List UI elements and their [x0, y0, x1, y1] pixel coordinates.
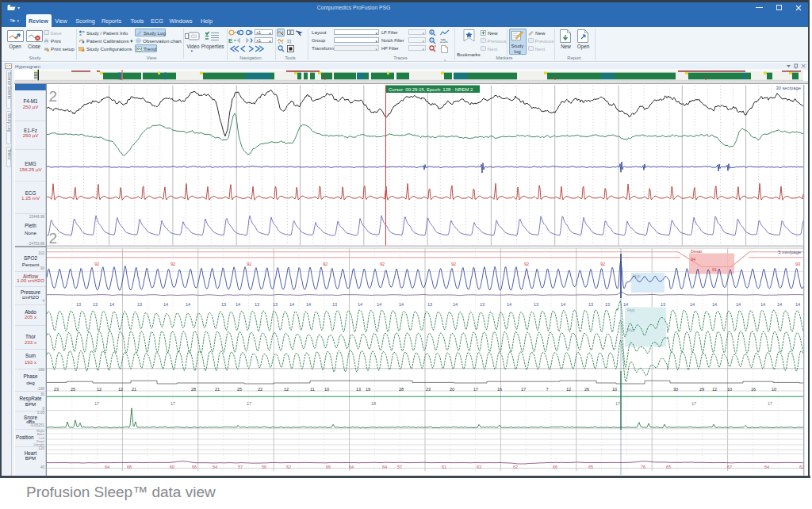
svg-text:65: 65	[588, 465, 593, 469]
svg-text:13: 13	[221, 302, 226, 307]
svg-text:14: 14	[760, 302, 765, 307]
svg-text:14: 14	[736, 302, 741, 307]
svg-text:16: 16	[497, 387, 502, 392]
svg-text:17: 17	[247, 401, 251, 406]
svg-text:13: 13	[255, 302, 259, 307]
svg-text:13: 13	[137, 302, 142, 307]
svg-text:92: 92	[94, 262, 99, 266]
svg-text:12: 12	[97, 387, 102, 392]
svg-text:13: 13	[356, 387, 361, 392]
svg-text:92: 92	[323, 262, 327, 266]
svg-text:14: 14	[623, 302, 628, 307]
svg-text:30 sec/page: 30 sec/page	[776, 86, 801, 90]
svg-text:10: 10	[727, 387, 732, 392]
svg-text:17: 17	[768, 401, 772, 406]
svg-text:66: 66	[326, 465, 331, 469]
svg-text:17: 17	[615, 401, 620, 406]
svg-text:13: 13	[534, 302, 538, 307]
svg-text:92: 92	[524, 262, 529, 266]
svg-text:13: 13	[76, 302, 81, 307]
svg-text:Desat: Desat	[691, 249, 703, 254]
svg-text:17: 17	[170, 401, 175, 406]
svg-text:14: 14	[163, 302, 168, 307]
svg-text:94: 94	[691, 257, 695, 262]
svg-text:23: 23	[54, 387, 59, 392]
svg-text:21: 21	[132, 387, 136, 392]
svg-text:Hyp: Hyp	[633, 274, 641, 278]
svg-text:14: 14	[377, 302, 381, 307]
svg-text:18: 18	[371, 401, 376, 406]
svg-text:14: 14	[712, 302, 717, 307]
svg-text:10: 10	[324, 387, 329, 392]
svg-text:61: 61	[442, 465, 446, 469]
svg-text:17: 17	[473, 387, 478, 392]
svg-text:92: 92	[380, 262, 385, 266]
svg-text:60: 60	[170, 465, 174, 469]
svg-text:10: 10	[772, 387, 776, 392]
svg-text:14: 14	[777, 302, 782, 307]
svg-text:Cursor: 00:29:15, Epoch: 128 -: Cursor: 00:29:15, Epoch: 128 - NREM 2	[389, 87, 473, 92]
svg-text:92: 92	[170, 262, 175, 266]
svg-text:64: 64	[349, 465, 354, 469]
svg-text:64: 64	[105, 465, 109, 469]
svg-text:65: 65	[666, 465, 671, 469]
svg-text:13: 13	[480, 302, 485, 307]
svg-text:57: 57	[397, 465, 402, 469]
svg-text:25: 25	[71, 387, 75, 392]
svg-text:14: 14	[507, 302, 511, 307]
svg-text:14: 14	[795, 302, 800, 307]
svg-text:13: 13	[661, 302, 665, 307]
svg-text:14: 14	[186, 302, 190, 307]
svg-text:64: 64	[382, 465, 387, 469]
svg-text:11: 11	[310, 387, 315, 392]
svg-text:66: 66	[192, 465, 197, 469]
svg-text:92: 92	[247, 262, 251, 266]
svg-text:10: 10	[612, 387, 617, 392]
svg-text:13: 13	[605, 302, 610, 307]
svg-text:57: 57	[238, 465, 243, 469]
svg-text:14: 14	[561, 302, 565, 307]
svg-text:14: 14	[236, 302, 240, 307]
svg-text:13: 13	[273, 302, 278, 307]
svg-text:14: 14	[109, 302, 114, 307]
svg-text:Hyp: Hyp	[627, 308, 635, 312]
svg-text:13: 13	[427, 302, 432, 307]
svg-text:13: 13	[332, 302, 337, 307]
svg-text:2: 2	[49, 230, 58, 247]
svg-text:62: 62	[286, 465, 291, 469]
svg-text:2: 2	[49, 88, 58, 105]
svg-text:56: 56	[262, 465, 266, 469]
svg-text:93: 93	[795, 262, 800, 266]
svg-text:64: 64	[213, 465, 217, 469]
svg-text:25: 25	[237, 387, 242, 392]
svg-text:66: 66	[553, 465, 557, 469]
svg-text:17: 17	[94, 401, 99, 406]
svg-text:76: 76	[641, 465, 645, 469]
svg-text:20: 20	[450, 387, 454, 392]
svg-text:12: 12	[566, 387, 571, 392]
svg-text:7: 7	[546, 387, 548, 392]
svg-text:67: 67	[727, 465, 732, 469]
svg-text:19: 19	[366, 387, 370, 392]
svg-text:91: 91	[712, 267, 717, 272]
svg-text:30: 30	[673, 387, 678, 392]
svg-text:22: 22	[258, 387, 262, 392]
svg-text:21: 21	[215, 387, 220, 392]
svg-text:14: 14	[289, 302, 294, 307]
svg-text:13: 13	[93, 302, 98, 307]
svg-text:17: 17	[691, 401, 696, 406]
svg-text:13: 13	[588, 302, 593, 307]
svg-text:92: 92	[451, 262, 456, 266]
svg-text:14: 14	[690, 302, 695, 307]
svg-text:5 min/page: 5 min/page	[778, 250, 801, 254]
svg-text:14: 14	[453, 302, 458, 307]
svg-text:28: 28	[191, 387, 196, 392]
svg-text:16: 16	[751, 387, 756, 392]
svg-text:29: 29	[699, 387, 704, 392]
svg-text:23: 23	[426, 387, 431, 392]
svg-text:28: 28	[399, 387, 404, 392]
svg-text:14: 14	[358, 302, 362, 307]
svg-text:12: 12	[712, 387, 717, 392]
svg-text:92: 92	[600, 262, 605, 266]
svg-text:62: 62	[799, 465, 804, 469]
